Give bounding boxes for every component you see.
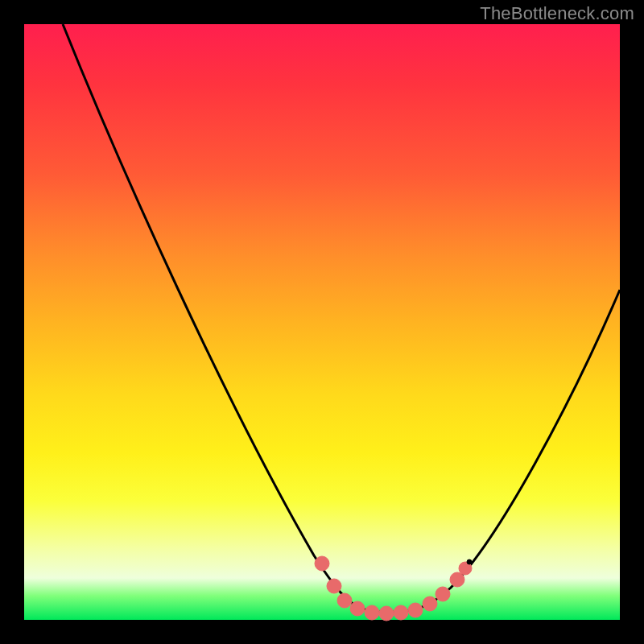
plot-area bbox=[24, 24, 620, 620]
watermark-text: TheBottleneck.com bbox=[480, 3, 634, 24]
curve-layer bbox=[24, 24, 620, 620]
svg-point-4 bbox=[365, 605, 379, 620]
svg-point-6 bbox=[394, 605, 408, 620]
svg-point-9 bbox=[436, 587, 450, 601]
svg-point-3 bbox=[350, 601, 365, 616]
svg-point-0 bbox=[315, 556, 329, 571]
svg-point-5 bbox=[379, 606, 394, 621]
chart-frame: TheBottleneck.com bbox=[0, 0, 644, 644]
svg-point-7 bbox=[408, 603, 423, 617]
svg-point-1 bbox=[327, 579, 341, 593]
bottleneck-curve bbox=[63, 24, 620, 612]
svg-point-2 bbox=[337, 593, 352, 608]
svg-point-12 bbox=[467, 559, 472, 564]
svg-point-10 bbox=[450, 572, 464, 587]
svg-point-8 bbox=[423, 597, 437, 611]
